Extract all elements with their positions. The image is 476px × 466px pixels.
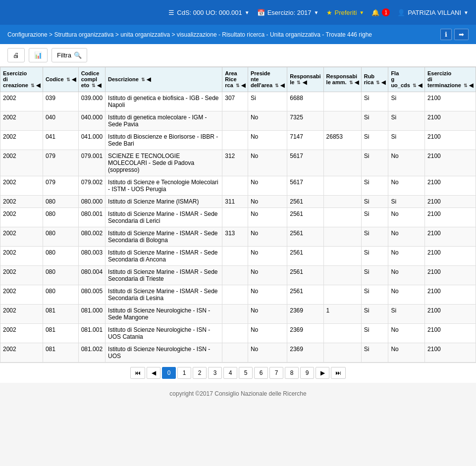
- cds-uo-selector[interactable]: ☰ CdS: 000 UO: 000.001 ▼: [168, 9, 249, 16]
- pagination-page-6[interactable]: 6: [254, 367, 268, 379]
- cell-responsabile_amm: [323, 196, 361, 208]
- cell-presidente: No: [248, 196, 287, 208]
- pagination-page-3[interactable]: 3: [208, 367, 222, 379]
- table-row[interactable]: 2002040040.000Istituto di genetica molec…: [0, 111, 476, 131]
- col-header-responsabile[interactable]: Responsabile ⇅ ◀: [287, 67, 323, 92]
- toolbar: 🖨 📊 Filtra 🔍: [0, 44, 476, 67]
- col-header-esercizio-creazione[interactable]: Eserciziodicreazione ⇅ ◀: [0, 67, 43, 92]
- cell-codice: 041: [43, 131, 78, 150]
- cell-presidente: No: [248, 343, 287, 362]
- cell-descrizione: Istituto di Scienze Marine - ISMAR - Sed…: [106, 227, 222, 247]
- cell-responsabile_amm: [323, 208, 361, 227]
- col-header-presidente[interactable]: Presidentedell'area ⇅ ◀: [248, 67, 287, 92]
- cell-responsabile: 5617: [287, 150, 323, 176]
- col-header-descrizione[interactable]: Descrizione ⇅ ◀: [106, 67, 222, 92]
- notification-badge: 1: [382, 8, 390, 16]
- pagination-page-1[interactable]: 1: [177, 367, 191, 379]
- pagination-page-9[interactable]: 9: [300, 367, 314, 379]
- info-button[interactable]: ℹ: [440, 29, 452, 40]
- cell-responsabile_amm: [323, 266, 361, 285]
- data-table: Eserciziodicreazione ⇅ ◀ Codice ⇅ ◀ Codi…: [0, 67, 476, 362]
- col-header-codice-completo[interactable]: Codicecompleto ⇅ ◀: [78, 67, 105, 92]
- col-header-area-ricerca[interactable]: AreaRicerca ⇅ ◀: [222, 67, 248, 92]
- print-button[interactable]: 🖨: [7, 48, 25, 62]
- sort-icon-descrizione: ⇅: [141, 77, 145, 82]
- table-row[interactable]: 2002080080.002Istituto di Scienze Marine…: [0, 227, 476, 247]
- cell-descrizione: Istituto di Scienze e Tecnologie Molecol…: [106, 176, 222, 196]
- cell-rubrica: Si: [361, 111, 388, 131]
- cell-presidente: No: [248, 150, 287, 176]
- pagination-last[interactable]: ⏭: [331, 367, 346, 379]
- user-icon: 👤: [397, 9, 405, 16]
- table-scroll-area[interactable]: Eserciziodicreazione ⇅ ◀ Codice ⇅ ◀ Codi…: [0, 67, 476, 362]
- filter-icon-terminazione: ◀: [469, 82, 473, 88]
- col-header-responsabile-amm[interactable]: Responsabile amm. ⇅ ◀: [323, 67, 361, 92]
- cell-esercizio_creazione: 2002: [0, 324, 43, 343]
- cell-responsabile: 6688: [287, 92, 323, 111]
- cell-rubrica: Si: [361, 285, 388, 305]
- sort-icon-rubrica: ⇅: [376, 80, 380, 85]
- filter-button[interactable]: Filtra 🔍: [52, 48, 87, 62]
- export-button[interactable]: ➡: [454, 29, 469, 40]
- esercizio-caret-icon: ▼: [314, 10, 319, 15]
- table-row[interactable]: 2002080080.004Istituto di Scienze Marine…: [0, 266, 476, 285]
- page-footer: copyright ©2017 Consiglio Nazionale dell…: [0, 383, 476, 405]
- col-header-rubrica[interactable]: Rubrica ⇅ ◀: [361, 67, 388, 92]
- cell-esercizio_terminazione: 2100: [425, 92, 476, 111]
- table-row[interactable]: 2002080080.000Istituto di Scienze Marine…: [0, 196, 476, 208]
- table-row[interactable]: 2002080080.001Istituto di Scienze Marine…: [0, 208, 476, 227]
- cell-flag: Si: [388, 92, 425, 111]
- cell-area_ricerca: 313: [222, 227, 248, 247]
- col-header-flag[interactable]: Flaguo_cds ⇅ ◀: [388, 67, 425, 92]
- col-header-esercizio-terminazione[interactable]: Esercizioditerminazione ⇅ ◀: [425, 67, 476, 92]
- cell-presidente: No: [248, 227, 287, 247]
- cell-flag: No: [388, 285, 425, 305]
- table-row[interactable]: 2002080080.005Istituto di Scienze Marine…: [0, 285, 476, 305]
- cell-area_ricerca: [222, 305, 248, 324]
- cell-responsabile_amm: [323, 285, 361, 305]
- cell-presidente: No: [248, 305, 287, 324]
- table-row[interactable]: 2002079079.001SCIENZE E TECNOLOGIE MOLEC…: [0, 150, 476, 176]
- pagination-page-7[interactable]: 7: [269, 367, 283, 379]
- cell-responsabile_amm: [323, 227, 361, 247]
- esercizio-selector[interactable]: 📅 Esercizio: 2017 ▼: [257, 9, 319, 16]
- table-row[interactable]: 2002081081.000Istituto di Scienze Neurol…: [0, 305, 476, 324]
- pagination-prev[interactable]: ◀: [147, 367, 160, 379]
- cell-responsabile: 2561: [287, 247, 323, 266]
- table-row[interactable]: 2002079079.002Istituto di Scienze e Tecn…: [0, 176, 476, 196]
- cell-presidente: No: [248, 247, 287, 266]
- table-row[interactable]: 2002039039.000Istituto di genetica e bio…: [0, 92, 476, 111]
- pagination-next[interactable]: ▶: [316, 367, 329, 379]
- table-row[interactable]: 2002081081.002Istituto di Scienze Neurol…: [0, 343, 476, 362]
- cell-responsabile_amm: 1: [323, 305, 361, 324]
- filter-icon-descrizione: ◀: [147, 76, 151, 82]
- cell-responsabile_amm: [323, 176, 361, 196]
- cell-esercizio_terminazione: 2100: [425, 266, 476, 285]
- table-row[interactable]: 2002081081.001Istituto di Scienze Neurol…: [0, 324, 476, 343]
- notification-bell[interactable]: 🔔 1: [371, 8, 390, 16]
- pagination-page-8[interactable]: 8: [285, 367, 299, 379]
- list-icon: ☰: [168, 9, 174, 16]
- cell-area_ricerca: [222, 285, 248, 305]
- cell-responsabile: 7147: [287, 131, 323, 150]
- table-row[interactable]: 2002041041.000Istituto di Bioscienze e B…: [0, 131, 476, 150]
- cell-presidente: No: [248, 176, 287, 196]
- cell-codice: 080: [43, 266, 78, 285]
- table-row[interactable]: 2002080080.003Istituto di Scienze Marine…: [0, 247, 476, 266]
- excel-button[interactable]: 📊: [29, 48, 48, 62]
- preferiti-selector[interactable]: ★ Preferiti ▼: [326, 9, 365, 16]
- pagination-first[interactable]: ⏮: [130, 367, 145, 379]
- pagination-page-2[interactable]: 2: [193, 367, 207, 379]
- cell-codice_completo: 081.000: [78, 305, 105, 324]
- cell-responsabile_amm: [323, 247, 361, 266]
- cell-rubrica: Si: [361, 176, 388, 196]
- pagination-page-5[interactable]: 5: [239, 367, 253, 379]
- user-label: PATRIZIA VILLANI: [408, 9, 461, 16]
- pagination-page-0[interactable]: 0: [162, 367, 176, 379]
- col-header-codice[interactable]: Codice ⇅ ◀: [43, 67, 78, 92]
- cell-flag: No: [388, 266, 425, 285]
- cell-descrizione: Istituto di Scienze Marine (ISMAR): [106, 196, 222, 208]
- filter-icon-presidente: ◀: [280, 82, 284, 88]
- pagination-page-4[interactable]: 4: [223, 367, 237, 379]
- user-menu[interactable]: 👤 PATRIZIA VILLANI ▼: [397, 9, 469, 16]
